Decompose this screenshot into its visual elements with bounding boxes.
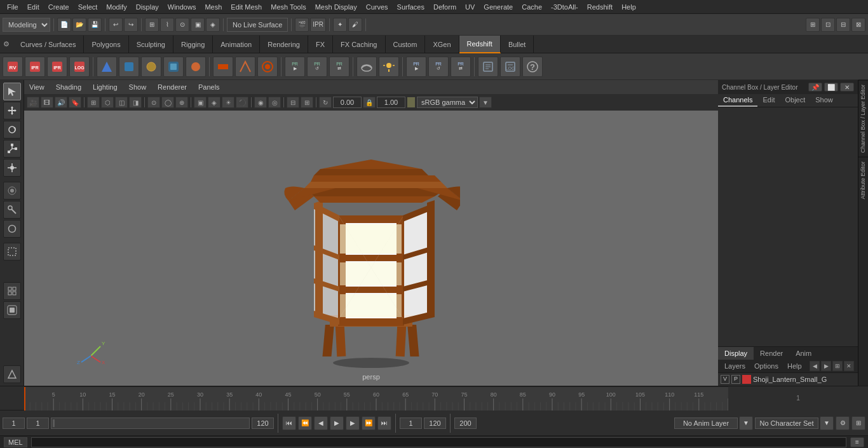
vp-shading2-btn[interactable]: ◈ — [208, 97, 220, 108]
pr-button-3[interactable]: PR ⇄ — [329, 57, 349, 77]
menu-mesh-display[interactable]: Mesh Display — [311, 2, 362, 12]
command-input[interactable] — [31, 437, 846, 447]
menu-deform[interactable]: Deform — [429, 2, 461, 12]
ipr-button[interactable]: IPR — [310, 18, 326, 32]
tab-animation[interactable]: Animation — [213, 36, 260, 53]
lasso-select-button[interactable] — [3, 220, 21, 238]
menu-generate[interactable]: Generate — [479, 2, 517, 12]
vp-depth-btn[interactable]: ◎ — [268, 97, 281, 108]
playback-max-field[interactable]: 200 — [454, 417, 477, 429]
viewport-menu-lighting[interactable]: Lighting — [90, 82, 120, 92]
menu-help[interactable]: Help — [617, 2, 641, 12]
render-view-button[interactable]: 🎬 — [295, 18, 309, 32]
anim-layer-dropdown-btn[interactable]: ▼ — [739, 416, 753, 430]
mode-dropdown[interactable]: Modeling — [3, 18, 50, 32]
layers-btn3[interactable]: ⊞ — [832, 361, 843, 371]
soft-select-button[interactable] — [3, 182, 21, 200]
channels-tab[interactable]: Channels — [718, 94, 757, 107]
char-set-field[interactable]: No Character Set — [755, 417, 818, 429]
cmd-script-btn[interactable]: ≡ — [850, 437, 864, 447]
render-tab[interactable]: Render — [754, 347, 789, 360]
layers-next-btn[interactable]: ▶ — [821, 361, 831, 371]
vp-isolate-btn[interactable]: ◯ — [161, 97, 174, 108]
snap-bottom-button[interactable] — [3, 365, 21, 383]
layers-tab[interactable]: Layers — [722, 362, 748, 370]
tab-sculpting[interactable]: Sculpting — [129, 36, 173, 53]
shelf-icon-script1[interactable] — [478, 57, 498, 77]
vp-grid2-btn[interactable]: ⊟ — [287, 97, 299, 108]
menu-edit[interactable]: Edit — [23, 2, 44, 12]
render-settings-btn[interactable]: ⊞ — [851, 416, 865, 430]
menu-windows[interactable]: Windows — [163, 2, 201, 12]
layers-help-tab[interactable]: Help — [785, 362, 804, 370]
shelf-icon-rs1[interactable] — [97, 57, 117, 77]
xgen-button[interactable]: ✦ — [333, 18, 347, 32]
tab-curves-surfaces[interactable]: Curves / Surfaces — [13, 36, 84, 53]
new-scene-button[interactable]: 📄 — [57, 18, 71, 32]
playback-start-field[interactable]: 1 — [400, 417, 422, 429]
layer-visibility-btn[interactable]: V — [721, 375, 729, 384]
paint-select-button[interactable] — [3, 201, 21, 219]
vp-bookmark-btn[interactable]: 🔖 — [69, 97, 81, 108]
viewport-menu-view[interactable]: View — [27, 82, 47, 92]
shelf-icon-rv[interactable]: RV — [3, 57, 23, 77]
menu-curves[interactable]: Curves — [362, 2, 393, 12]
shelf-icon-log[interactable]: LOG — [69, 57, 90, 77]
move-tool-button[interactable] — [3, 102, 21, 119]
shelf-icon-rs7[interactable] — [235, 57, 255, 77]
layer-color-swatch[interactable] — [742, 375, 751, 384]
redo-button[interactable]: ↪ — [124, 18, 138, 32]
layers-prev-btn[interactable]: ◀ — [810, 361, 820, 371]
pr-button-6[interactable]: PR ⇄ — [451, 57, 471, 77]
anim-tab[interactable]: Anim — [789, 347, 818, 360]
show-tab[interactable]: Show — [810, 94, 838, 107]
snap-curve-button[interactable]: ⌇ — [160, 18, 174, 32]
tab-fx[interactable]: FX — [308, 36, 333, 53]
layers-btn4[interactable]: ✕ — [844, 361, 854, 371]
shelf-icon-rs8[interactable] — [257, 57, 278, 77]
vp-shadow-btn[interactable]: ⚫ — [236, 97, 248, 108]
grid-display-button[interactable] — [3, 282, 21, 300]
timeline-slider[interactable] — [51, 417, 250, 429]
tab-rigging[interactable]: Rigging — [173, 36, 213, 53]
vp-shaded-btn[interactable]: ◨ — [129, 97, 142, 108]
menu-select[interactable]: Select — [74, 2, 102, 12]
display-tab[interactable]: Display — [718, 347, 754, 360]
layout-button-4[interactable]: ⊠ — [851, 18, 865, 32]
layout-button-3[interactable]: ⊟ — [836, 18, 850, 32]
shelf-icon-rs3[interactable] — [141, 57, 161, 77]
tab-bullet[interactable]: Bullet — [501, 36, 534, 53]
shelf-icon-help[interactable]: ? — [522, 57, 543, 77]
jump-start-btn[interactable]: ⏮ — [282, 416, 296, 430]
vp-value2[interactable]: 1.00 — [377, 97, 405, 108]
snap-surface-button[interactable]: ▣ — [191, 18, 205, 32]
object-tab[interactable]: Object — [780, 94, 810, 107]
prev-frame-btn[interactable]: ◀ — [314, 416, 328, 430]
timeline-ruler[interactable] — [24, 386, 728, 411]
vp-light-btn[interactable]: ☀ — [222, 97, 234, 108]
menu-3dto[interactable]: -3DtoAll- — [546, 2, 583, 12]
shelf-icon-rs2[interactable] — [119, 57, 139, 77]
menu-uv[interactable]: UV — [461, 2, 479, 12]
vp-lock-btn[interactable]: 🔒 — [363, 97, 376, 108]
end-frame-field[interactable]: 120 — [252, 417, 274, 429]
snap-live-button[interactable]: ◈ — [206, 18, 220, 32]
play-btn[interactable]: ▶ — [330, 416, 344, 430]
menu-edit-mesh[interactable]: Edit Mesh — [226, 2, 266, 12]
menu-cache[interactable]: Cache — [517, 2, 546, 12]
attr-editor-vert-tab[interactable]: Attribute Editor — [858, 157, 868, 203]
tabs-settings-button[interactable]: ⚙ — [0, 36, 13, 53]
menu-mesh-tools[interactable]: Mesh Tools — [266, 2, 310, 12]
menu-create[interactable]: Create — [44, 2, 74, 12]
vp-hud-btn[interactable]: ▣ — [194, 97, 207, 108]
shelf-icon-light[interactable] — [379, 57, 399, 77]
vp-select-btn[interactable]: ⊙ — [147, 97, 160, 108]
tab-custom[interactable]: Custom — [386, 36, 426, 53]
viewport-menu-panels[interactable]: Panels — [196, 82, 222, 92]
char-set-dropdown-btn[interactable]: ▼ — [820, 416, 834, 430]
shelf-icon-ipr2[interactable]: IPR — [47, 57, 67, 77]
gamma-dropdown[interactable]: sRGB gamma — [417, 97, 478, 108]
tab-fx-caching[interactable]: FX Caching — [333, 36, 385, 53]
tab-redshift[interactable]: Redshift — [459, 36, 501, 53]
anim-layer-field[interactable]: No Anim Layer — [674, 417, 738, 429]
